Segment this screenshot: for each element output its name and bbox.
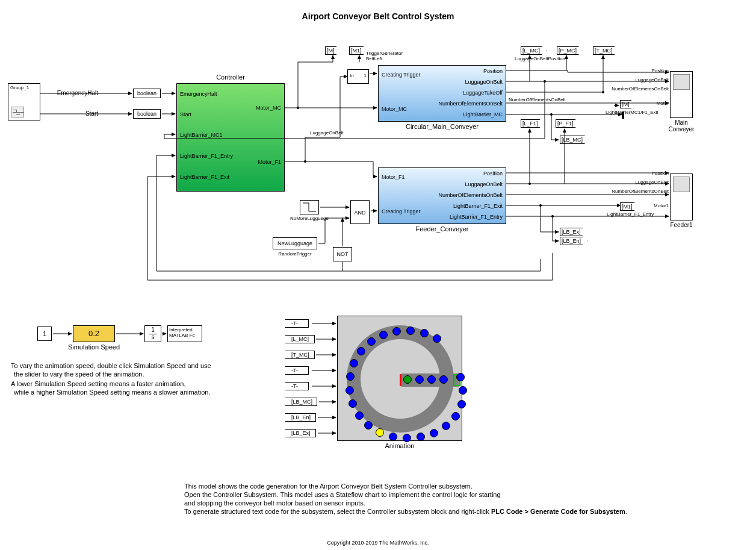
lug-dot bbox=[420, 329, 429, 337]
nomore-block[interactable] bbox=[300, 200, 319, 214]
lug-dot-yellow bbox=[376, 428, 384, 437]
trigger-gen-block[interactable]: In 1 bbox=[347, 69, 369, 84]
main-conveyer-block[interactable]: Creating Trigger Motor_MC Position Lugga… bbox=[378, 65, 506, 122]
tag-lb-mc[interactable]: [LB_MC] bbox=[560, 136, 589, 144]
signal-builder-icon bbox=[11, 107, 24, 117]
tg-one: 1 bbox=[364, 73, 367, 78]
fc-out1: Position bbox=[483, 170, 503, 177]
controller-block[interactable]: EmergencyHalt Start LightBarrier_MC1 Lig… bbox=[176, 83, 285, 192]
trigger-gen-label: TriggerGenerator BeltLeft bbox=[366, 51, 403, 61]
main-conv-title: Circular_Main_Conveyer bbox=[378, 123, 506, 130]
boolean-conv-1[interactable]: boolean bbox=[133, 89, 161, 98]
new-lug-block[interactable]: NewLugguage bbox=[273, 237, 317, 249]
integrator-block[interactable]: 1 s bbox=[144, 325, 161, 342]
tag-lb-ex[interactable]: [LB_Ex] bbox=[560, 228, 587, 236]
tag-m-out[interactable]: [M] bbox=[620, 100, 636, 108]
tag-m1[interactable]: [M1] bbox=[349, 46, 368, 55]
scope-f1-p2: LuggageOnBelt bbox=[631, 180, 669, 185]
boolean-conv-2[interactable]: boolean bbox=[133, 109, 161, 119]
tag-p-mc[interactable]: [P_MC] bbox=[557, 46, 583, 55]
scope-feeder[interactable] bbox=[670, 173, 693, 220]
lug-dot bbox=[350, 359, 358, 367]
not-block[interactable]: NOT bbox=[333, 247, 352, 261]
scope-main-p2: LuggageOnBelt bbox=[631, 77, 669, 83]
lug-dot bbox=[379, 331, 388, 339]
fc-out2: LuggageOnBelt bbox=[465, 181, 503, 187]
lug-dot bbox=[442, 422, 450, 430]
lug-dot bbox=[417, 433, 425, 441]
desc-2: Open the Controller Subsystem. This mode… bbox=[184, 490, 501, 499]
svg-point-8 bbox=[304, 160, 306, 163]
controller-title: Controller bbox=[176, 73, 285, 81]
lug-dot bbox=[349, 399, 357, 408]
mc-out3: LuggageTakeOff bbox=[463, 90, 503, 96]
feeder-dot bbox=[415, 375, 424, 384]
lug-dot bbox=[357, 347, 365, 355]
anim-tag-4[interactable]: -T- bbox=[285, 366, 309, 375]
lug-dot bbox=[403, 434, 411, 442]
int-num: 1 bbox=[145, 327, 161, 333]
lug-dot bbox=[346, 372, 355, 381]
fc-in1: Motor_F1 bbox=[382, 174, 405, 180]
anim-tag-1[interactable]: -T- bbox=[285, 319, 309, 328]
and-block[interactable]: AND bbox=[350, 200, 370, 224]
page-title: Airport Conveyor Belt Control System bbox=[0, 11, 756, 21]
mc-in1: Creating Trigger bbox=[382, 72, 421, 78]
copyright: Copyright 2010-2019 The MathWorks, Inc. bbox=[0, 540, 756, 546]
num-elements-label: NumberOfElementsOnBelt bbox=[509, 97, 566, 102]
emergency-halt-label: EmergencyHalt bbox=[56, 90, 98, 96]
tag-l-mc[interactable]: [L_MC] bbox=[521, 46, 547, 55]
ctrl-in-lb-f1x: LightBarrier_F1_Exit bbox=[180, 174, 229, 180]
tag-m1-out[interactable]: [M1] bbox=[620, 202, 639, 211]
anim-tag-2[interactable]: [L_MC] bbox=[285, 335, 315, 343]
mc-out4: NumberOfElementsOnBelt bbox=[438, 101, 503, 107]
sim-speed-label: Simulation Speed bbox=[64, 343, 124, 351]
feeder-conveyer-block[interactable]: Motor_F1 Creating Trigger Position Lugga… bbox=[378, 167, 506, 224]
sim-const[interactable]: 1 bbox=[37, 327, 52, 341]
lug-dot bbox=[355, 411, 364, 420]
fc-out3: NumberOfElementsOnBelt bbox=[438, 192, 503, 198]
rand-trigger-label: RandomTrigger bbox=[273, 251, 317, 257]
ctrl-in-lb-f1e: LightBarrier_F1_Entry bbox=[180, 153, 233, 159]
ctrl-out-f1: Motor_F1 bbox=[258, 159, 281, 165]
tag-t-mc[interactable]: [T_MC] bbox=[593, 46, 619, 55]
anim-tag-3[interactable]: [T_MC] bbox=[285, 351, 315, 359]
fc-out4: LightBarrier_F1_Exit bbox=[453, 203, 503, 209]
svg-point-15 bbox=[528, 183, 531, 185]
lug-dot bbox=[367, 337, 376, 346]
desc-4: To generate structured text code for the… bbox=[184, 507, 627, 516]
lob-pos-label: LuggageOnBeltPosition bbox=[515, 56, 565, 61]
anim-tag-8[interactable]: [LB_Ex] bbox=[285, 429, 316, 437]
tag-lb-en[interactable]: [LB_En] bbox=[560, 237, 587, 245]
signal-builder-block[interactable]: Group_1 bbox=[8, 83, 40, 120]
scope-main[interactable] bbox=[670, 71, 693, 118]
sim-speed-block[interactable]: 0.2 bbox=[73, 325, 115, 342]
ctrl-in-start: Start bbox=[180, 111, 191, 117]
scope-main-p1: Position bbox=[646, 68, 669, 73]
scope-main-p3: NumberOfElementsOnBelt bbox=[610, 86, 669, 92]
lb-mc1-f1-label: LightBarrierMC1/F1_Exit bbox=[606, 110, 658, 115]
tag-l-f1[interactable]: [L_F1] bbox=[521, 119, 545, 128]
group-label: Group_1 bbox=[10, 85, 29, 90]
help-1: To vary the animation speed, double clic… bbox=[11, 361, 211, 370]
lug-dot bbox=[433, 334, 441, 343]
matlab-fcn-block[interactable]: Interpreted MATLAB Fc bbox=[167, 325, 202, 342]
tag-m[interactable]: [M] bbox=[325, 46, 341, 55]
anim-tag-6[interactable]: [LB_MC] bbox=[285, 398, 317, 406]
scope-main-p4: Motor bbox=[646, 101, 669, 106]
anim-tag-7[interactable]: [LB_En] bbox=[285, 413, 316, 422]
tag-p-f1[interactable]: [P_F1] bbox=[556, 119, 580, 128]
lob-label: LuggageOnBelt bbox=[310, 130, 344, 136]
anim-tag-5[interactable]: -T- bbox=[285, 382, 309, 390]
scope-f1-p4: Motor1 bbox=[646, 203, 669, 208]
feeder-dot bbox=[403, 375, 412, 384]
fc-in2: Creating Trigger bbox=[382, 208, 421, 214]
ctrl-in-eh: EmergencyHalt bbox=[180, 91, 217, 97]
help-2: the slider to vary the speed of the anim… bbox=[14, 370, 144, 378]
tg-in: In bbox=[350, 73, 354, 78]
lug-dot bbox=[389, 433, 397, 441]
svg-point-13 bbox=[602, 91, 604, 93]
desc-4b: PLC Code > Generate Code for Subsystem bbox=[491, 508, 625, 515]
feeder-dot bbox=[427, 375, 436, 384]
desc-3: and stopping the conveyor belt motor bas… bbox=[184, 499, 365, 507]
